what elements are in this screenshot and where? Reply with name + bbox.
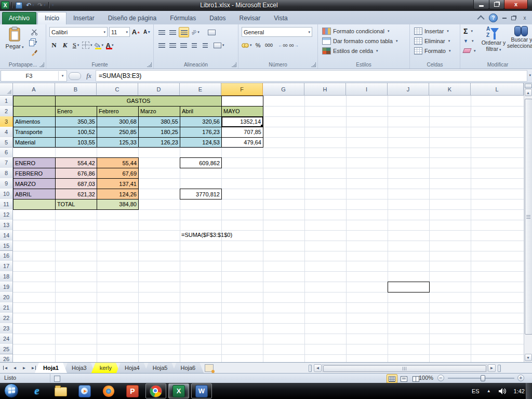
insert-function-button[interactable]: fx bbox=[83, 71, 95, 81]
cell-A3[interactable]: Alimentos bbox=[13, 116, 56, 127]
row-header-13[interactable]: 13 bbox=[0, 220, 13, 231]
next-sheet-button[interactable]: ► bbox=[20, 364, 29, 372]
vertical-scrollbar[interactable]: ▲ ▼ bbox=[524, 83, 532, 362]
align-top-button[interactable] bbox=[157, 28, 166, 37]
ribbon-tab-diseño-de-página[interactable]: Diseño de página bbox=[101, 12, 163, 24]
sheet-tab-hoja5[interactable]: Hoja5 bbox=[144, 363, 176, 373]
fill-handle[interactable] bbox=[260, 124, 263, 127]
align-middle-button[interactable] bbox=[168, 28, 177, 37]
horizontal-scroll-track[interactable] bbox=[322, 364, 487, 372]
column-header-H[interactable]: H bbox=[304, 83, 346, 96]
conditional-formatting-button[interactable]: Formato condicional▾ bbox=[320, 26, 400, 36]
row-header-2[interactable]: 2 bbox=[0, 106, 13, 117]
italic-button[interactable]: K bbox=[60, 41, 70, 50]
cell-C5[interactable]: 125,33 bbox=[97, 137, 139, 148]
fill-button[interactable]: ▼▾ bbox=[461, 36, 478, 46]
percent-style-button[interactable]: % bbox=[254, 41, 263, 50]
scroll-left-icon[interactable]: ◄ bbox=[314, 364, 322, 372]
taskbar-app-firefox[interactable] bbox=[97, 385, 121, 397]
comma-style-button[interactable]: 000 bbox=[264, 41, 274, 50]
column-header-E[interactable]: E bbox=[180, 83, 221, 96]
close-button[interactable]: x bbox=[504, 0, 528, 9]
cell-B5[interactable]: 103,55 bbox=[55, 137, 97, 148]
row-header-26[interactable]: 26 bbox=[0, 354, 13, 363]
macro-record-button[interactable] bbox=[54, 376, 60, 382]
cell-C10[interactable]: 124,26 bbox=[97, 189, 139, 200]
start-button[interactable] bbox=[4, 383, 19, 398]
fill-color-button[interactable]: ▾ bbox=[94, 41, 104, 50]
cell-F3[interactable]: 1352,14 bbox=[221, 116, 263, 127]
taskbar-app-internet-explorer[interactable]: e bbox=[25, 384, 49, 397]
taskbar-app-chrome[interactable] bbox=[145, 383, 166, 398]
volume-icon[interactable] bbox=[498, 388, 507, 395]
cell-F4[interactable]: 707,85 bbox=[221, 127, 263, 138]
workbook-close-icon[interactable]: x bbox=[521, 15, 529, 21]
column-header-B[interactable]: B bbox=[55, 83, 97, 96]
cell-A4[interactable]: Transporte bbox=[13, 127, 56, 138]
align-center-button[interactable] bbox=[168, 41, 177, 50]
row-header-16[interactable]: 16 bbox=[0, 251, 13, 262]
cell-A2[interactable] bbox=[13, 106, 56, 117]
row-header-6[interactable]: 6 bbox=[0, 148, 13, 158]
row-header-7[interactable]: 7 bbox=[0, 157, 13, 168]
sheet-tab-hoja1[interactable]: Hoja1 bbox=[35, 363, 67, 373]
dialog-launcher-icon[interactable] bbox=[147, 62, 152, 67]
zoom-level[interactable]: 100% bbox=[419, 375, 433, 381]
orientation-button[interactable]: ab▾ bbox=[191, 28, 200, 37]
cell-D3[interactable]: 380,55 bbox=[138, 116, 180, 127]
cell-C11[interactable]: 384,80 bbox=[97, 199, 139, 210]
align-bottom-button[interactable] bbox=[179, 27, 189, 37]
decrease-indent-button[interactable] bbox=[190, 41, 199, 50]
cell-A1[interactable] bbox=[13, 96, 56, 107]
formula-input[interactable]: =SUMA(B3:E3) bbox=[96, 70, 527, 82]
row-header-10[interactable]: 10 bbox=[0, 189, 13, 200]
sheet-tab-hoja4[interactable]: Hoja4 bbox=[116, 363, 148, 373]
zoom-out-button[interactable]: − bbox=[437, 375, 444, 381]
row-header-1[interactable]: 1 bbox=[0, 96, 13, 107]
row-header-22[interactable]: 22 bbox=[0, 313, 13, 324]
increase-decimal-button[interactable]: ←00 bbox=[278, 41, 288, 50]
font-family-select[interactable]: Calibri▾ bbox=[49, 27, 108, 37]
restore-button[interactable] bbox=[489, 0, 504, 9]
ribbon-tab-inicio[interactable]: Inicio bbox=[37, 12, 66, 24]
workbook-minimize-icon[interactable] bbox=[502, 18, 507, 19]
vertical-scroll-thumb[interactable] bbox=[525, 99, 532, 335]
chevron-down-icon[interactable]: ▾ bbox=[58, 71, 66, 81]
taskbar-app-media-player[interactable] bbox=[73, 385, 97, 397]
row-header-11[interactable]: 11 bbox=[0, 199, 13, 210]
cell-C2[interactable]: Febrero bbox=[97, 106, 139, 117]
cell-E7[interactable]: 609,862 bbox=[180, 157, 222, 168]
font-size-select[interactable]: 11▾ bbox=[109, 27, 130, 37]
name-box[interactable]: F3 ▾ bbox=[1, 70, 67, 82]
ribbon-tab-vista[interactable]: Vista bbox=[267, 12, 294, 24]
split-handle[interactable] bbox=[525, 84, 532, 88]
font-color-button[interactable]: A ▾ bbox=[105, 41, 114, 50]
cell-B10[interactable]: 621,32 bbox=[55, 189, 97, 200]
cell-B7[interactable]: 554,42 bbox=[55, 157, 97, 168]
insert-cells-button[interactable]: Insertar▾ bbox=[412, 26, 453, 36]
column-header-L[interactable]: L bbox=[471, 83, 524, 96]
zoom-slider-thumb[interactable] bbox=[481, 375, 485, 381]
align-right-button[interactable] bbox=[179, 41, 188, 50]
cell-A11[interactable] bbox=[13, 199, 56, 210]
autosum-button[interactable]: Σ▾ bbox=[461, 26, 478, 36]
align-left-button[interactable] bbox=[157, 41, 166, 50]
row-header-4[interactable]: 4 bbox=[0, 127, 13, 138]
row-header-5[interactable]: 5 bbox=[0, 137, 13, 148]
cell-D5[interactable]: 126,23 bbox=[138, 137, 180, 148]
expand-formula-bar-icon[interactable]: ▾ bbox=[529, 73, 531, 77]
cell-B8[interactable]: 676,86 bbox=[55, 168, 97, 179]
cell-F2[interactable]: MAYO bbox=[221, 106, 263, 117]
paste-button[interactable]: Pegar▾ bbox=[3, 26, 26, 60]
row-header-18[interactable]: 18 bbox=[0, 271, 13, 282]
row-header-3[interactable]: 3 bbox=[0, 116, 13, 127]
cell-B3[interactable]: 350,35 bbox=[55, 116, 97, 127]
cell-B4[interactable]: 100,52 bbox=[55, 127, 97, 138]
column-header-C[interactable]: C bbox=[97, 83, 138, 96]
minimize-button[interactable] bbox=[473, 0, 489, 9]
borders-button[interactable]: ▾ bbox=[82, 41, 92, 50]
row-header-20[interactable]: 20 bbox=[0, 292, 13, 303]
cell-E3[interactable]: 320,56 bbox=[180, 116, 222, 127]
select-all-corner[interactable] bbox=[0, 83, 13, 96]
taskbar-app-explorer[interactable] bbox=[49, 385, 73, 396]
